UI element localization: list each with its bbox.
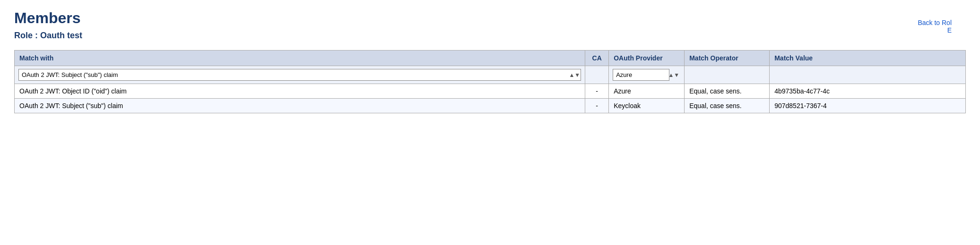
role-subtitle: Role : Oauth test	[14, 31, 966, 41]
row1-value: 4b9735ba-4c77-4c	[770, 84, 966, 99]
page-title: Members	[14, 9, 966, 27]
match-with-select[interactable]: OAuth 2 JWT: Subject ("sub") claim OAuth…	[18, 69, 581, 81]
table-row: OAuth 2 JWT: Object ID ("oid") claim - A…	[15, 84, 966, 99]
row1-match-with: OAuth 2 JWT: Object ID ("oid") claim	[15, 84, 585, 99]
col-header-ca: CA	[585, 51, 609, 66]
row2-operator: Equal, case sens.	[685, 99, 770, 113]
row1-ca: -	[585, 84, 609, 99]
provider-chevron-icon: ▲▼	[668, 72, 679, 78]
back-to-roles-link[interactable]: Back to Rol	[918, 19, 952, 26]
row1-provider: Azure	[609, 84, 685, 99]
row2-ca: -	[585, 99, 609, 113]
col-header-oauth-provider: OAuth Provider	[609, 51, 685, 66]
row1-operator: Equal, case sens.	[685, 84, 770, 99]
edit-link[interactable]: E	[918, 26, 952, 34]
table-row: OAuth 2 JWT: Subject ("sub") claim - Key…	[15, 99, 966, 113]
members-table: Match with CA OAuth Provider Match Opera…	[14, 50, 966, 113]
row2-match-with: OAuth 2 JWT: Subject ("sub") claim	[15, 99, 585, 113]
row2-value: 907d8521-7367-4	[770, 99, 966, 113]
new-row-operator-cell	[685, 66, 770, 84]
table-header-row: Match with CA OAuth Provider Match Opera…	[15, 51, 966, 66]
col-header-match-operator: Match Operator	[685, 51, 770, 66]
col-header-match-value: Match Value	[770, 51, 966, 66]
new-row-match-with-cell: OAuth 2 JWT: Subject ("sub") claim OAuth…	[15, 66, 585, 84]
new-row-value-cell	[770, 66, 966, 84]
col-header-match-with: Match with	[15, 51, 585, 66]
provider-select[interactable]: Azure Keycloak Google Other	[613, 69, 669, 81]
new-row-ca-cell	[585, 66, 609, 84]
new-member-row: OAuth 2 JWT: Subject ("sub") claim OAuth…	[15, 66, 966, 84]
provider-select-wrapper: Azure Keycloak Google Other ▲▼	[613, 69, 680, 81]
row2-provider: Keycloak	[609, 99, 685, 113]
new-row-provider-cell: Azure Keycloak Google Other ▲▼	[609, 66, 685, 84]
header-actions: Back to Rol E	[918, 19, 966, 34]
match-with-select-wrapper: OAuth 2 JWT: Subject ("sub") claim OAuth…	[18, 69, 581, 81]
